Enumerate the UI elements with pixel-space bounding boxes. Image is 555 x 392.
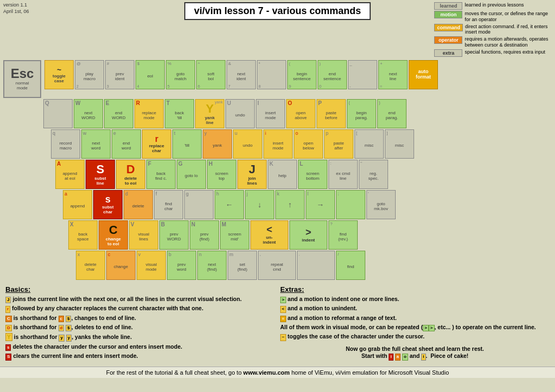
legend-text-motion: moves the cursor, or defines the range f…	[464, 11, 551, 23]
key-apostrophe: ' gotomk.bov	[366, 190, 396, 219]
extras-item-cake: Now go grab the full cheat sheet and lea…	[280, 345, 550, 361]
key-p: p pasteafter	[324, 129, 353, 159]
key-q-upper: Q	[43, 99, 73, 128]
key-dollar: $ eol 4	[135, 60, 165, 89]
key-at: @ playmacro 2	[75, 60, 104, 89]
key-f-upper: F backfind c.	[146, 160, 176, 189]
legend-text-extra: special functions, requires extra input	[464, 49, 545, 55]
key-colon: : ex cmdline	[328, 160, 358, 189]
key-x-upper: X backspace	[68, 220, 98, 250]
key-star: * 8	[257, 60, 286, 89]
key-m: m set(find)	[228, 251, 257, 280]
key-c-upper: C changeto eol	[99, 220, 128, 250]
key-tilde: ~ togglecase	[44, 60, 74, 89]
key-dot: .	[297, 251, 335, 280]
basics-item-s-upper: S clears the current line and enters ins…	[5, 352, 275, 360]
desc-area: Basics: J joins the current line with th…	[0, 283, 555, 364]
key-lbrace: { beginparag.	[347, 99, 376, 128]
key-under: _ -	[348, 60, 377, 89]
key-x: x deletechar	[76, 251, 105, 280]
key-j: j ↓	[245, 190, 274, 219]
key-lt: < un-indent	[250, 220, 288, 250]
key-f: f findchar	[154, 190, 183, 219]
key-n: n next(find)	[197, 251, 227, 280]
key-i-upper: I insertmode	[256, 99, 285, 128]
extras-item-gt: > and a motion to indent one or more lin…	[280, 296, 550, 303]
badge-learned: learned	[434, 2, 462, 10]
app-container: version 1.1 April 1st, 06 vi/vim lesson …	[0, 0, 555, 378]
extras-item-eq: = and a motion to reformat a range of te…	[280, 315, 550, 322]
key-k: k ↑	[275, 190, 305, 219]
key-lbracket: [ misc	[354, 129, 384, 159]
key-j-upper: J joinlines	[237, 160, 267, 189]
key-w-upper: W nextWORD	[74, 99, 103, 128]
basics-item-r: r followed by any character replaces the…	[5, 305, 275, 312]
key-t-upper: T back'till	[165, 99, 194, 128]
key-autoformat: autoformat	[409, 60, 438, 89]
key-row-1: Q W nextWORD E endWORD R replacemode T	[43, 99, 552, 128]
extras-item-visual: All of them work in visual mode, or can …	[280, 324, 550, 331]
key-m-upper: M screenmid'	[220, 220, 249, 250]
legend-row-command: command direct action command. if red, i…	[434, 24, 552, 36]
key-rbrace: } endparag.	[377, 99, 406, 128]
key-g-upper: G goto lo	[177, 160, 206, 189]
key-b: b prevword	[167, 251, 196, 280]
key-semicolon: ;	[336, 190, 365, 219]
basics-item-s-lower: s deletes the character under the cursor…	[5, 343, 275, 351]
footer-url: www.viemu.com	[243, 369, 290, 376]
key-e-upper: E endWORD	[104, 99, 133, 128]
key-k-upper: K help	[268, 160, 297, 189]
key-comma: , repeatcmd	[258, 251, 296, 280]
header: version 1.1 April 1st, 06 vi/vim lesson …	[0, 0, 555, 59]
key-n-upper: N prev(find)	[190, 220, 219, 250]
key-r: r replacechar	[142, 129, 171, 159]
key-l-upper: L screenbottom	[298, 160, 327, 189]
key-row-3b: x deletechar c change v visualmode b pre…	[76, 251, 552, 280]
key-u: u undo	[233, 129, 262, 159]
key-rbracket: ] misc	[385, 129, 414, 159]
key-row-2b: a append s substchar d delete f findchar…	[63, 190, 552, 219]
extras-item-tilde: ~ toggles the case of the character unde…	[280, 333, 550, 341]
key-v: v visualmode	[137, 251, 166, 280]
key-r-upper: R replacemode	[134, 99, 164, 128]
legend-row-extra: extra special functions, requires extra …	[434, 49, 552, 57]
badge-motion: motion	[434, 11, 462, 18]
key-a: a append	[63, 190, 92, 219]
basics-col: Basics: J joins the current line with th…	[5, 285, 275, 362]
legend-row-motion: motion moves the cursor, or defines the …	[434, 11, 552, 23]
key-w: w nextword	[81, 129, 111, 159]
key-d-upper: D deleteto eol	[116, 160, 145, 189]
key-b-upper: B prevWORD	[159, 220, 189, 250]
key-row-3: X backspace C changeto eol V visuallines…	[68, 220, 552, 250]
key-lparen: ( beginsentence 9	[287, 60, 317, 89]
title-box: vi/vim lesson 7 - various commands	[184, 2, 371, 20]
key-g: g	[184, 190, 214, 219]
key-amp: & nextident 7	[227, 60, 256, 89]
key-question: ? find(rev.)	[328, 220, 358, 250]
extras-title: Extras:	[280, 285, 550, 293]
key-gt: > indent	[289, 220, 327, 250]
extras-item-lt: < and a motion to unindent.	[280, 305, 550, 312]
key-row-1b: q recordmacro w nextword e endword r rep…	[51, 129, 552, 159]
badge-operator: operator	[434, 36, 462, 44]
legend-text-command: direct action command. if red, it enters…	[465, 24, 552, 36]
key-o-upper: O openabove	[286, 99, 315, 128]
key-rparen: ) endsentence 0	[318, 60, 347, 89]
key-o: o openbelow	[294, 129, 323, 159]
basics-item-d: D is shorthand for d $, deletes to end o…	[5, 324, 275, 331]
key-s: s substchar	[93, 190, 122, 219]
legend-text-operator: requires a motion afterwards, operates b…	[464, 36, 551, 48]
key-u-upper: U undo	[225, 99, 255, 128]
badge-extra: extra	[434, 49, 462, 57]
keyboard-area: Esc normalmode ~ togglecase @ playmacro …	[0, 59, 555, 282]
key-y-upper: Y yankline yank	[195, 99, 224, 128]
key-h-upper: H screentop	[207, 160, 236, 189]
key-hash: # prevident 3	[105, 60, 134, 89]
key-caret: ^ softbol 6	[196, 60, 225, 89]
key-esc: Esc normalmode	[3, 60, 41, 98]
key-d: d delete	[124, 190, 153, 219]
key-e: e endword	[112, 129, 141, 159]
key-p-upper: P pastebefore	[317, 99, 346, 128]
key-row-0: Esc normalmode ~ togglecase @ playmacro …	[3, 60, 552, 98]
key-row-2: A appendat eol S substline D deleteto eo…	[55, 160, 552, 189]
